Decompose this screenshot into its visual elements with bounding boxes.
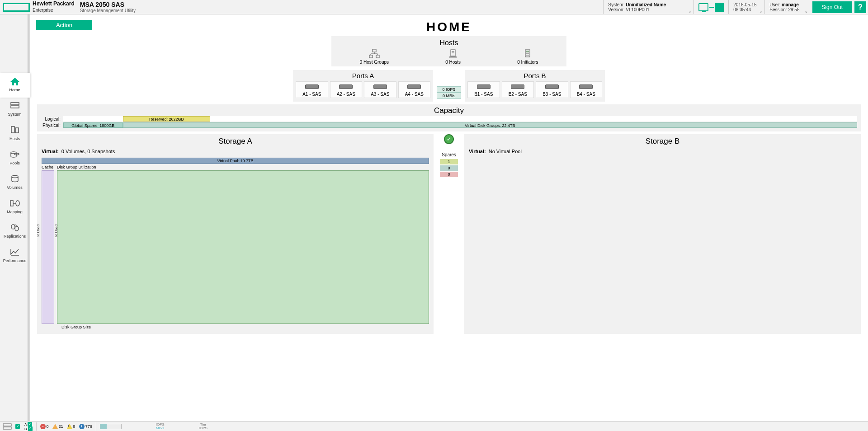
hpe-logo [3,3,30,12]
svg-rect-13 [369,55,373,58]
virtual-value: No Virtual Pool [489,149,522,154]
disk-group-chart[interactable] [57,170,429,324]
controller-status[interactable]: A ✓ B ✓ [24,422,33,431]
svg-rect-1 [11,106,19,108]
spare-tier-2[interactable]: 0 [440,165,458,171]
port-b2[interactable]: B2 - SAS [502,81,534,98]
spares-segment: Global Spares: 1800GB [63,122,123,128]
metric-iops-mbs[interactable]: IOPSMB/s [156,423,165,430]
hosts-panel: Hosts 0 Host Groups 0 Hosts 0 Initiators [331,36,566,66]
port-b3[interactable]: B3 - SAS [536,81,568,98]
nav-volumes[interactable]: Volumes [1,171,28,195]
port-icon [339,84,353,89]
nav-mapping[interactable]: Mapping [1,195,28,220]
port-a1[interactable]: A1 - SAS [296,81,328,98]
action-button[interactable]: Action [36,20,92,30]
performance-icon [9,248,20,257]
hosts-item[interactable]: 0 Hosts [445,49,461,65]
port-icon [579,84,593,89]
help-button[interactable]: ? [854,1,866,13]
nav-system[interactable]: System [1,98,28,122]
home-icon [9,77,20,86]
iops-value: 0 IOPS [437,86,461,93]
warn1-value: 21 [59,424,63,429]
connection-status[interactable] [693,0,728,14]
ctrl-b: B [24,426,27,431]
check-icon: ✓ [15,424,20,429]
sparkline-1[interactable] [100,424,122,429]
mbs-value: 0 MB/s [437,93,461,99]
pools-icon [9,150,20,159]
brand-line2: Enterprise [33,8,53,13]
nav-label: Performance [3,258,27,263]
port-label: B2 - SAS [509,92,527,97]
nav-pools[interactable]: Pools [1,146,28,171]
chevron-down-icon: ⌄ [759,9,763,14]
storage-b-title: Storage B [469,137,856,146]
ports-a-title: Ports A [296,72,430,80]
datetime-dropdown[interactable]: 2018-05-15 08:35:44 ⌄ [728,0,764,14]
nav-label: Mapping [7,210,23,214]
svg-rect-3 [15,128,19,133]
port-a4[interactable]: A4 - SAS [398,81,431,98]
y-axis-label-2: % Used [54,225,58,237]
nav-hosts[interactable]: Hosts [1,122,28,146]
user-name: manage [782,2,799,7]
port-a2[interactable]: A2 - SAS [330,81,363,98]
warn-count-1[interactable]: !21 [52,424,63,429]
port-a3[interactable]: A3 - SAS [364,81,396,98]
hosts-title: Hosts [331,39,566,47]
svg-rect-0 [11,103,19,105]
health-ok-icon[interactable]: ✓ [444,134,454,144]
logical-bar[interactable]: Reserved: 2622GB [63,116,857,122]
ports-perf: 0 IOPS 0 MB/s [437,70,461,102]
svg-rect-28 [3,427,11,429]
port-b4[interactable]: B4 - SAS [570,81,603,98]
spare-tier-3[interactable]: 0 [440,172,458,177]
storage-a-panel: Storage A Virtual:0 Volumes, 0 Snapshots… [37,134,434,334]
physical-bar[interactable]: Global Spares: 1800GB Virtual Disk Group… [63,122,857,128]
storage-section: Storage A Virtual:0 Volumes, 0 Snapshots… [37,134,861,334]
spare-tier-1[interactable]: 1 [440,159,458,164]
sign-out-button[interactable]: Sign Out [812,1,852,13]
svg-rect-14 [376,55,379,58]
warn-count-2[interactable]: !8 [67,424,75,429]
monitor-icon [698,3,708,11]
error-icon: – [40,424,46,429]
dgu-label: Disk Group Utilization [57,165,96,169]
system-info-dropdown[interactable]: System: Uninitialized Name Version: VL10… [603,0,693,14]
ctrl-a: A [24,422,27,426]
initiators-item[interactable]: 0 Initiators [517,49,538,65]
host-groups-item[interactable]: 0 Host Groups [360,49,389,65]
info-count[interactable]: i776 [79,424,92,429]
vdg-segment: Virtual Disk Groups: 22.4TB [123,122,857,128]
metric-tier-iops[interactable]: TierIOPS [199,423,208,430]
user-dropdown[interactable]: User: manage Session: 29:58 ⌄ [764,0,810,14]
port-icon [373,84,387,89]
port-label: A3 - SAS [371,92,389,97]
nav-label: Pools [9,161,20,165]
nav-home[interactable]: Home [0,73,30,98]
version-val: VL100P001 [626,7,649,12]
system-name: Uninitialized Name [626,2,666,7]
logical-label: Logical: [41,117,61,122]
metric-iops2: IOPS [199,426,208,430]
virtual-value: 0 Volumes, 0 Snapshots [61,149,115,154]
nav-performance[interactable]: Performance [1,244,28,268]
error-count[interactable]: –0 [40,424,49,429]
warning-icon: ! [52,424,58,429]
storage-icon [715,3,724,12]
system-label: System: [608,2,624,7]
virtual-pool-bar[interactable]: Virtual Pool: 19.7TB [42,158,429,164]
brand-text: Hewlett Packard Enterprise [33,1,75,13]
capacity-title: Capacity [41,106,857,115]
warn2-value: 8 [73,424,75,429]
enclosure-icon[interactable] [3,423,12,430]
svg-rect-24 [526,51,529,52]
hosts-count-label: 0 Hosts [445,60,461,65]
time: 08:35:44 [733,7,760,12]
nav-replications[interactable]: Replications [1,220,28,244]
cache-chart[interactable] [42,170,54,324]
port-b1[interactable]: B1 - SAS [467,81,500,98]
svg-point-11 [15,226,19,231]
